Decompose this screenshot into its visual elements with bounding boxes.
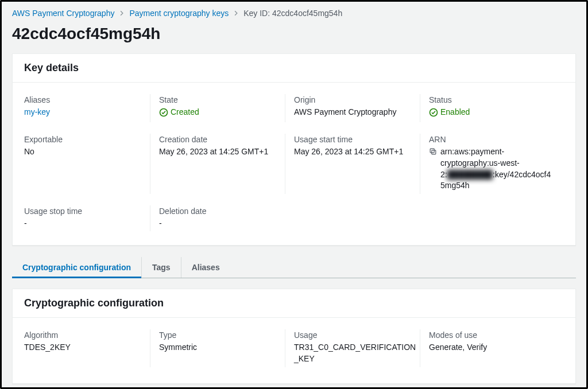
state-status: Created: [159, 107, 199, 118]
deletion-date-field: Deletion date -: [159, 203, 294, 241]
crypto-config-panel: Cryptographic configuration Algorithm TD…: [12, 289, 576, 383]
check-circle-icon: [429, 108, 438, 117]
algorithm-value: TDES_2KEY: [24, 342, 150, 353]
state-field: State Created: [159, 92, 294, 131]
copy-icon[interactable]: [429, 147, 437, 155]
modes-value: Generate, Verify: [429, 342, 555, 353]
page-title: 42cdc4ocf45mg54h: [12, 25, 576, 43]
type-field: Type Symmetric: [159, 327, 294, 376]
status-badge: Enabled: [429, 107, 470, 118]
status-field: Status Enabled: [429, 92, 564, 131]
aliases-label: Aliases: [24, 95, 150, 104]
creation-date-label: Creation date: [159, 135, 285, 144]
aliases-value-link[interactable]: my-key: [24, 107, 150, 118]
deletion-date-value: -: [159, 218, 285, 229]
chevron-right-icon: [119, 9, 125, 18]
usage-stop-field: Usage stop time -: [24, 203, 159, 241]
usage-start-field: Usage start time May 26, 2023 at 14:25 G…: [294, 131, 429, 203]
svg-rect-3: [430, 149, 434, 153]
breadcrumb-root-link[interactable]: AWS Payment Cryptography: [12, 9, 114, 18]
check-circle-icon: [159, 108, 168, 117]
usage-stop-value: -: [24, 218, 150, 229]
status-value: Enabled: [440, 107, 470, 118]
exportable-value: No: [24, 146, 150, 158]
origin-field: Origin AWS Payment Cryptography: [294, 92, 429, 131]
arn-field: ARN arn:aws:payment-cryptography:us-west…: [429, 131, 564, 203]
modes-label: Modes of use: [429, 330, 555, 340]
crypto-config-heading: Cryptographic configuration: [24, 297, 564, 309]
exportable-field: Exportable No: [24, 131, 159, 203]
state-value: Created: [171, 107, 199, 118]
usage-stop-label: Usage stop time: [24, 207, 150, 216]
aliases-field: Aliases my-key: [24, 92, 159, 131]
breadcrumb-keys-link[interactable]: Payment cryptography keys: [129, 9, 229, 18]
usage-label: Usage: [294, 330, 420, 340]
origin-value: AWS Payment Cryptography: [294, 107, 420, 118]
creation-date-value: May 26, 2023 at 14:25 GMT+1: [159, 146, 285, 158]
usage-value: TR31_C0_CARD_VERIFICATION_KEY: [294, 342, 420, 364]
svg-rect-2: [432, 150, 436, 154]
chevron-right-icon: [233, 9, 239, 18]
arn-value: arn:aws:payment-cryptography:us-west-2:█…: [440, 146, 555, 191]
key-details-heading: Key details: [24, 62, 564, 74]
modes-field: Modes of use Generate, Verify: [429, 327, 564, 376]
deletion-date-label: Deletion date: [159, 207, 285, 216]
key-details-panel: Key details Aliases my-key State: [12, 53, 576, 246]
key-details-header: Key details: [13, 54, 575, 83]
tab-aliases[interactable]: Aliases: [181, 257, 230, 278]
state-label: State: [159, 95, 285, 104]
origin-label: Origin: [294, 95, 420, 104]
algorithm-field: Algorithm TDES_2KEY: [24, 327, 159, 376]
breadcrumb: AWS Payment Cryptography Payment cryptog…: [12, 9, 576, 18]
arn-label: ARN: [429, 135, 555, 144]
breadcrumb-current: Key ID: 42cdc4ocf45mg54h: [243, 9, 342, 18]
type-value: Symmetric: [159, 342, 285, 353]
tab-cryptographic-configuration[interactable]: Cryptographic configuration: [12, 257, 142, 278]
usage-start-label: Usage start time: [294, 135, 420, 144]
exportable-label: Exportable: [24, 135, 150, 144]
algorithm-label: Algorithm: [24, 330, 150, 340]
crypto-config-header: Cryptographic configuration: [13, 289, 575, 318]
usage-field: Usage TR31_C0_CARD_VERIFICATION_KEY: [294, 327, 429, 376]
usage-start-value: May 26, 2023 at 14:25 GMT+1: [294, 146, 420, 158]
type-label: Type: [159, 330, 285, 340]
status-label: Status: [429, 95, 555, 104]
creation-date-field: Creation date May 26, 2023 at 14:25 GMT+…: [159, 131, 294, 203]
tab-tags[interactable]: Tags: [142, 257, 181, 278]
tabs: Cryptographic configuration Tags Aliases: [12, 257, 576, 278]
